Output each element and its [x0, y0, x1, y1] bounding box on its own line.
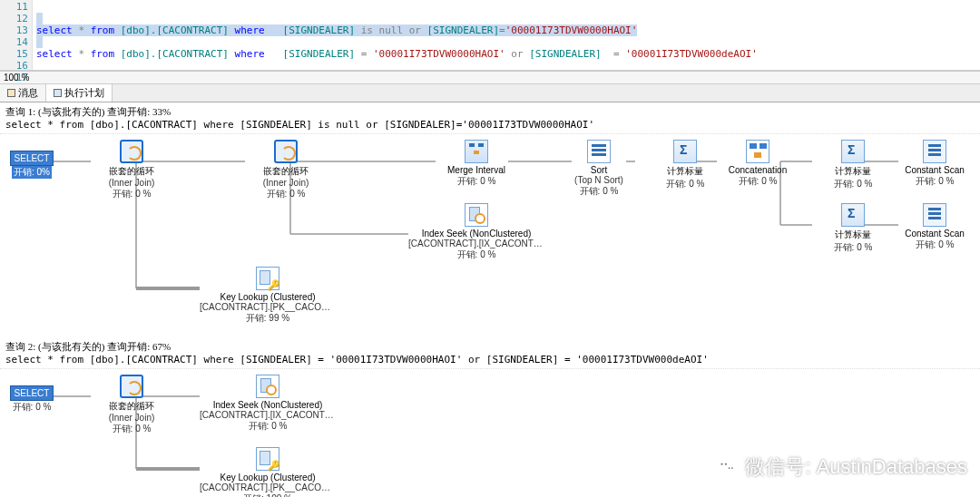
constant-scan-icon	[923, 203, 946, 227]
query1-header: 查询 1: (与该批有关的) 查询开销: 33% select * from […	[0, 102, 980, 134]
node-merge-interval[interactable]: Merge Interval开销: 0 %	[408, 140, 544, 188]
node-index-seek[interactable]: Index Seek (NonClustered)[CACONTRACT].[I…	[200, 375, 336, 433]
query1-plan[interactable]: SELECT 开销: 0% 嵌套的循环(Inner Join)开销: 0 % 嵌…	[0, 134, 980, 337]
node-key-lookup[interactable]: Key Lookup (Clustered)[CACONTRACT].[PK__…	[200, 447, 336, 497]
node-constant-scan-1[interactable]: Constant Scan开销: 0 %	[867, 140, 980, 188]
merge-icon	[465, 140, 488, 163]
index-seek-icon	[465, 203, 488, 227]
result-tabs: 消息 执行计划	[0, 84, 980, 102]
constant-scan-icon	[923, 140, 946, 163]
node-constant-scan-2[interactable]: Constant Scan开销: 0 %	[867, 203, 980, 251]
nested-loop-icon	[120, 140, 143, 163]
svg-point-24	[731, 467, 733, 469]
compute-scalar-icon	[841, 203, 865, 227]
code-area[interactable]: select * from [dbo].[CACONTRACT] where […	[33, 0, 980, 70]
index-seek-icon	[256, 375, 279, 398]
concat-icon	[746, 140, 769, 163]
nested-loop-icon	[120, 375, 143, 398]
sort-icon	[587, 140, 611, 163]
key-lookup-icon	[256, 267, 279, 290]
svg-point-21	[721, 463, 723, 465]
node-select[interactable]: SELECT 开销: 0 %	[7, 385, 56, 414]
tab-execution-plan[interactable]: 执行计划	[46, 84, 113, 102]
node-nested-loop-2[interactable]: 嵌套的循环(Inner Join)开销: 0 %	[218, 140, 354, 200]
messages-icon	[7, 89, 15, 97]
svg-point-22	[725, 463, 727, 465]
node-index-seek[interactable]: Index Seek (NonClustered)[CACONTRACT].[I…	[408, 203, 544, 261]
nested-loop-icon	[274, 140, 298, 163]
wechat-icon	[716, 455, 740, 479]
query2-header: 查询 2: (与该批有关的) 查询开销: 67% select * from […	[0, 337, 980, 369]
key-lookup-icon	[256, 447, 279, 471]
plan-icon	[54, 89, 62, 97]
node-select[interactable]: SELECT 开销: 0%	[7, 151, 56, 179]
svg-point-23	[729, 467, 730, 469]
plan-viewer[interactable]: 查询 1: (与该批有关的) 查询开销: 33% select * from […	[0, 102, 980, 497]
compute-scalar-icon	[841, 140, 865, 163]
sql-editor[interactable]: 11121314151617 select * from [dbo].[CACO…	[0, 0, 980, 71]
svg-point-20	[726, 464, 736, 474]
node-nested-loop-1[interactable]: 嵌套的循环(Inner Join)开销: 0 %	[64, 140, 200, 200]
node-key-lookup[interactable]: Key Lookup (Clustered)[CACONTRACT].[PK__…	[200, 267, 336, 325]
watermark: 微信号: AustinDatabases	[716, 453, 967, 481]
line-gutter: 11121314151617	[0, 0, 33, 70]
node-nested-loop[interactable]: 嵌套的循环(Inner Join)开销: 0 %	[64, 375, 200, 435]
tab-messages[interactable]: 消息	[0, 84, 46, 102]
zoom-level[interactable]: 100 %	[0, 71, 980, 84]
